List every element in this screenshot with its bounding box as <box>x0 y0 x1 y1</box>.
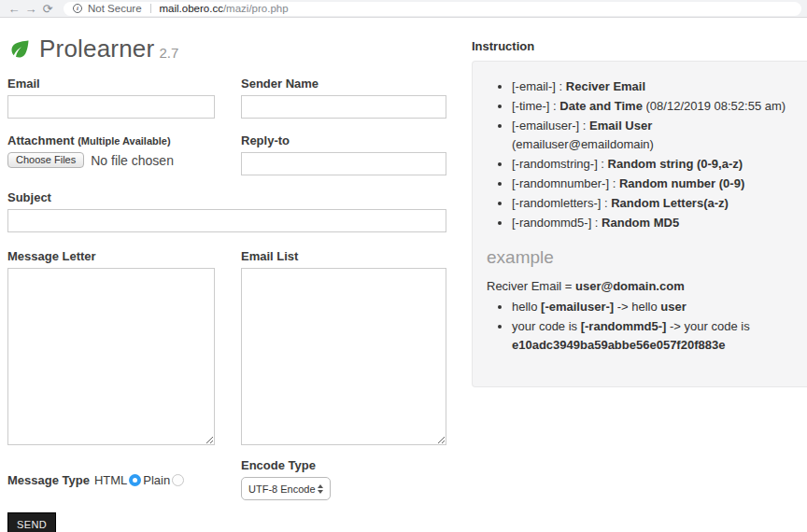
instruction-title: Instruction <box>472 39 807 53</box>
info-icon[interactable]: i <box>73 4 82 13</box>
reload-icon[interactable]: ⟳ <box>39 2 56 16</box>
token-item: [-randomletters-] : Random Letters(a-z) <box>512 194 786 213</box>
url-path: /mazi/pro.php <box>223 3 289 14</box>
encode-type-value: UTF-8 Encode <box>248 483 316 495</box>
send-button[interactable]: SEND <box>7 512 56 532</box>
email-list-textarea[interactable] <box>241 268 446 445</box>
sender-name-label: Sender Name <box>241 77 446 91</box>
token-item: [-randomstring-] : Random string (0-9,a-… <box>512 155 786 174</box>
address-divider <box>150 4 151 13</box>
encode-type-select[interactable]: UTF-8 Encode <box>241 477 331 500</box>
email-input[interactable] <box>7 95 215 119</box>
token-item: [-email-] : Reciver Email <box>512 77 786 96</box>
address-bar[interactable]: i Not Secure mail.obero.cc/mazi/pro.php <box>64 2 801 16</box>
example-item: hello [-emailuser-] -> hello user <box>512 298 786 316</box>
replyto-input[interactable] <box>241 152 446 175</box>
attachment-label: Attachment (Multiple Available) <box>7 133 215 147</box>
message-type-label: Message Type <box>7 473 90 487</box>
replyto-field-group: Reply-to <box>241 133 446 175</box>
instruction-section: Instruction [-email-] : Reciver Email[-t… <box>472 31 807 387</box>
page-content: Prolearner 2.7 Email Sender Name Attachm… <box>0 18 807 532</box>
sender-name-input[interactable] <box>241 95 446 119</box>
url-host: mail.obero.cc <box>160 3 223 14</box>
select-stepper-icon <box>318 484 323 494</box>
instruction-panel: [-email-] : Reciver Email[-time-] : Date… <box>472 61 807 387</box>
mailer-form: Prolearner 2.7 Email Sender Name Attachm… <box>7 31 446 532</box>
email-list-label: Email List <box>241 249 446 263</box>
subject-field-group: Subject <box>7 190 446 232</box>
app-logo: Prolearner 2.7 <box>7 35 446 63</box>
encode-type-group: Encode Type UTF-8 Encode <box>241 458 446 500</box>
example-heading: example <box>487 247 786 268</box>
email-field-group: Email <box>7 77 215 119</box>
file-status-text: No file chosen <box>91 153 174 168</box>
plain-radio[interactable] <box>172 474 184 486</box>
token-item: [-randomnumber-] : Random number (0-9) <box>512 175 786 193</box>
attachment-note: (Multiple Available) <box>78 135 170 147</box>
emaillist-field-group: Email List <box>241 249 446 445</box>
app-name: Prolearner <box>39 35 154 63</box>
app-version: 2.7 <box>159 37 178 61</box>
token-item: [-time-] : Date and Time (08/12/2019 08:… <box>512 97 786 116</box>
leaf-icon <box>7 36 33 62</box>
message-type-group: Message Type HTML Plain <box>7 460 215 500</box>
choose-files-button[interactable]: Choose Files <box>7 152 84 168</box>
message-letter-textarea[interactable] <box>7 268 215 445</box>
forward-icon[interactable]: → <box>22 2 39 16</box>
example-item: your code is [-randommd5-] -> your code … <box>512 317 786 355</box>
back-icon[interactable]: ← <box>6 2 22 16</box>
html-option-label: HTML <box>94 473 127 487</box>
security-label: Not Secure <box>88 3 142 14</box>
browser-toolbar: ← → ⟳ i Not Secure mail.obero.cc/mazi/pr… <box>0 0 807 18</box>
token-list: [-email-] : Reciver Email[-time-] : Date… <box>487 77 786 232</box>
attachment-field-group: Attachment (Multiple Available) Choose F… <box>7 133 215 175</box>
token-item: [-emailuser-] : Email User (emailuser@em… <box>512 117 786 154</box>
html-radio[interactable] <box>129 474 141 486</box>
subject-input[interactable] <box>7 209 446 232</box>
file-input: Choose Files No file chosen <box>7 152 215 168</box>
email-label: Email <box>7 77 215 91</box>
example-list: hello [-emailuser-] -> hello useryour co… <box>487 298 786 355</box>
example-intro: Reciver Email = user@domain.com <box>487 277 786 295</box>
sender-field-group: Sender Name <box>241 77 446 119</box>
plain-option-label: Plain <box>143 473 170 487</box>
message-field-group: Message Letter <box>7 249 215 445</box>
replyto-label: Reply-to <box>241 133 446 147</box>
subject-label: Subject <box>7 190 446 204</box>
message-letter-label: Message Letter <box>7 249 215 263</box>
url-text: mail.obero.cc/mazi/pro.php <box>160 3 289 14</box>
token-item: [-randommd5-] : Random MD5 <box>512 214 786 232</box>
encode-type-label: Encode Type <box>241 458 446 472</box>
